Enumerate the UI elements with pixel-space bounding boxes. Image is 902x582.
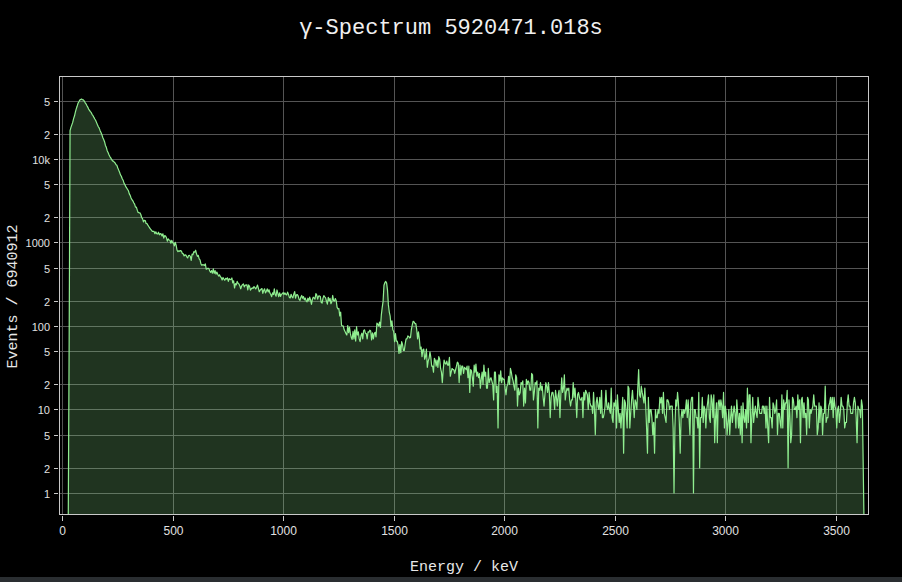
y-tick-label: 1000 [26, 237, 50, 249]
x-tick-label: 2500 [602, 524, 629, 538]
y-tick-label: 2 [44, 463, 50, 475]
y-tick-labels: 12510251002510002510k25 [26, 96, 58, 500]
y-tick-label: 5 [44, 430, 50, 442]
x-tick-label: 0 [59, 524, 66, 538]
y-tick-label: 100 [32, 321, 50, 333]
x-tick-label: 1000 [270, 524, 297, 538]
x-tick-label: 3500 [823, 524, 850, 538]
x-tick-label: 2000 [491, 524, 518, 538]
app-window: γ-Spectrum 5920471.018s Events / 6940912… [0, 0, 902, 582]
y-tick-label: 2 [44, 379, 50, 391]
y-tick-label: 2 [44, 296, 50, 308]
spectrum-area [68, 99, 864, 515]
y-tick-label: 2 [44, 129, 50, 141]
x-axis-title: Energy / keV [59, 559, 869, 576]
window-bottom-edge [0, 577, 902, 582]
x-tick-label: 500 [163, 524, 183, 538]
x-tick-label: 1500 [381, 524, 408, 538]
spectrum-plot[interactable]: 0500100015002000250030003500125102510025… [0, 0, 902, 582]
y-tick-label: 2 [44, 212, 50, 224]
y-tick-label: 10 [38, 404, 50, 416]
x-tick-labels: 0500100015002000250030003500 [59, 516, 850, 538]
y-tick-label: 5 [44, 96, 50, 108]
y-tick-label: 5 [44, 179, 50, 191]
y-tick-label: 10k [32, 154, 50, 166]
y-tick-label: 1 [44, 488, 50, 500]
y-tick-label: 5 [44, 263, 50, 275]
x-tick-label: 3000 [712, 524, 739, 538]
y-tick-label: 5 [44, 346, 50, 358]
